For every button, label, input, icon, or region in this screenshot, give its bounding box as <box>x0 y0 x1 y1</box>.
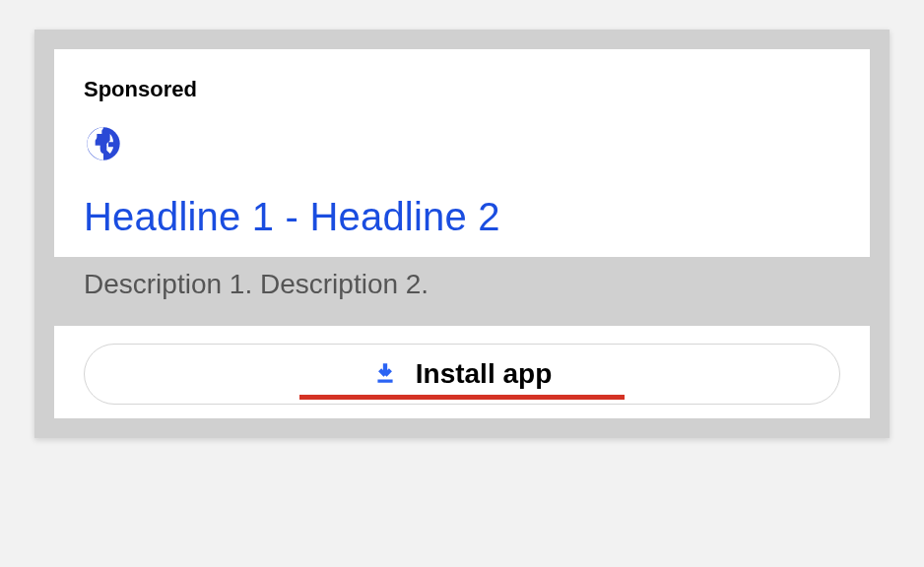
globe-icon <box>84 124 840 195</box>
ad-button-row: Install app <box>54 326 870 418</box>
sponsored-label: Sponsored <box>84 77 840 102</box>
download-icon <box>372 360 398 389</box>
install-app-button[interactable]: Install app <box>84 344 840 405</box>
ad-headline[interactable]: Headline 1 - Headline 2 <box>84 195 840 239</box>
svg-rect-1 <box>377 379 392 382</box>
ad-preview-card: Sponsored Headline 1 - Headline 2 Descri… <box>34 30 890 438</box>
ad-description-row: Description 1. Description 2. <box>54 257 870 326</box>
install-app-label: Install app <box>416 358 552 390</box>
annotation-underline <box>299 395 625 400</box>
ad-description: Description 1. Description 2. <box>84 269 840 300</box>
ad-top-section: Sponsored Headline 1 - Headline 2 <box>54 49 870 257</box>
